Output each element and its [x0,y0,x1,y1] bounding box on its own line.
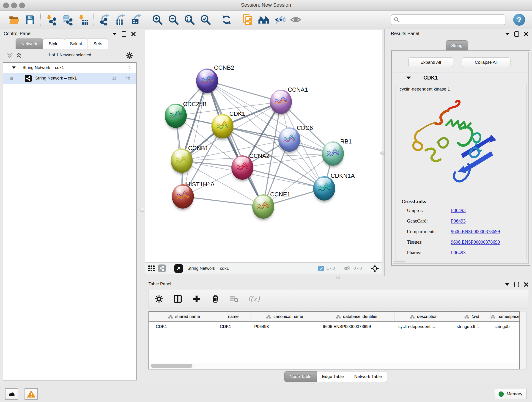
network-edge-count: 48 [126,76,130,81]
network-node-CDK1[interactable] [211,114,234,138]
import-network-from-file-button[interactable] [44,13,58,27]
panel-close-icon[interactable] [131,32,136,36]
crosslink-uniprot-link[interactable]: P06493 [451,208,466,213]
table-cell-namespace[interactable]: stringdb [491,322,519,332]
collapse-all-button[interactable]: Collapse All [462,57,510,67]
node-structure-thumbnail [326,147,340,162]
table-cell--id[interactable]: stringdb:9... [453,322,491,332]
panel-float-icon[interactable] [514,32,519,37]
birds-eye-view-icon[interactable] [370,264,380,273]
table-options-button[interactable] [154,294,164,304]
collection-expander-icon[interactable] [12,66,16,69]
search-input[interactable] [402,17,503,22]
network-edge-CCNA2-CDKN1A[interactable] [242,167,324,188]
protein-section-header[interactable]: CDK1 [393,72,528,84]
crosslink-tissues-link[interactable]: 9606.ENSP00000378699 [451,239,500,245]
import-table-from-file-button[interactable] [76,13,90,27]
export-image-button[interactable] [129,13,143,27]
column-header-name[interactable]: name [216,312,251,321]
tab-node-table[interactable]: Node Table [284,371,317,382]
column-header-canonical-name[interactable]: canonical name [250,312,319,321]
table-cell-database-identifier[interactable]: 9606.ENSP00000378699 [319,322,395,332]
panel-menu-icon[interactable] [113,33,117,35]
export-table-button[interactable] [113,13,127,27]
table-cell-canonical-name[interactable]: P06493 [250,322,319,332]
network-node-CCNB1[interactable] [171,148,193,173]
collection-count: 1 [129,65,131,70]
panel-menu-icon[interactable] [505,283,509,286]
left-splitter-handle[interactable] [139,208,145,211]
panel-close-icon[interactable] [524,282,528,287]
crosslink-genecard-link[interactable]: P06493 [451,218,466,224]
horizontal-splitter-handle[interactable] [336,276,340,279]
tab-network[interactable]: Network [16,38,43,49]
memory-status-button[interactable]: Memory [494,389,527,399]
panel-float-icon[interactable] [514,282,519,287]
detach-view-icon[interactable] [174,264,183,273]
help-button[interactable]: ? [513,14,525,26]
column-header-shared-name[interactable]: shared name [152,312,216,321]
right-divider-handle[interactable] [380,151,385,155]
table-row[interactable]: CDK1CDK1P064939606.ENSP00000378699cyclin… [149,322,519,332]
panel-float-icon[interactable] [122,32,126,37]
cloud-status-button[interactable] [5,388,18,400]
zoom-selected-button[interactable] [198,13,213,27]
zoom-in-button[interactable] [150,13,165,27]
node-structure-thumbnail [176,190,190,204]
refresh-view-button[interactable] [220,13,234,27]
open-session-button[interactable] [7,13,21,27]
network-options-gear-icon[interactable] [126,52,133,60]
scrollbar-thumb[interactable] [151,364,192,368]
table-vertical-scrollbar[interactable] [520,311,526,370]
network-edge-CCNB2-HIST1H1A[interactable] [183,81,207,196]
protein-expander-icon[interactable] [406,77,411,79]
results-scrollbar-thumb[interactable] [394,261,405,262]
view-toolbar-separator [314,263,314,274]
crosslink-compartments-link[interactable]: 9606.ENSP00000378699 [451,229,500,235]
tab-style[interactable]: Style [43,38,64,49]
selected-items-checkbox[interactable] [318,266,324,271]
expand-all-button[interactable]: Expand All [408,57,453,67]
warning-status-button[interactable] [25,388,38,400]
network-collection-row[interactable]: String Network – cdk1 1 [3,63,136,73]
network-edge-HIST1H1A-CCNE1[interactable] [183,196,263,206]
table-horizontal-scrollbar[interactable] [149,363,519,369]
network-canvas[interactable]: CCNB2CCNA1CDC25BCDK1CDC6RB1CCNB1CCNA2CDK… [145,30,382,263]
panel-close-icon[interactable] [524,32,528,36]
delete-column-button[interactable] [210,294,221,304]
network-node-CDKN1A[interactable] [313,176,335,201]
string-home-button[interactable] [257,13,271,27]
save-session-button[interactable] [23,13,37,27]
table-cell-shared-name[interactable]: CDK1 [152,322,216,332]
network-node-CCNB2[interactable] [196,69,218,93]
zoom-out-button[interactable] [166,13,181,27]
zoom-fit-button[interactable] [182,13,196,27]
show-all-button[interactable] [289,13,303,27]
tab-edge-table[interactable]: Edge Table [317,371,349,382]
crosslink-pharos-link[interactable]: P06493 [451,250,466,255]
column-header--id[interactable]: @id [453,312,491,321]
column-header-namespace[interactable]: namespace [491,312,519,321]
column-header-description[interactable]: description [395,312,453,321]
node-structure-thumbnail [256,200,270,215]
export-network-button[interactable] [97,13,111,27]
column-header-database-identifier[interactable]: database identifier [319,312,395,321]
panel-menu-icon[interactable] [505,33,509,35]
table-cell-name[interactable]: CDK1 [216,322,251,332]
grid-view-icon[interactable] [147,264,155,272]
tab-select[interactable]: Select [64,38,88,49]
table-cell-description[interactable]: cyclin-dependent ... [395,322,453,332]
show-columns-button[interactable] [172,294,183,304]
network-row-selected[interactable]: String Network – cdk1 11 48 [3,73,136,84]
toolbar-separator [237,13,237,26]
tab-sets[interactable]: Sets [88,38,108,49]
clone-network-button[interactable] [241,13,255,27]
network-view-share-icon[interactable] [158,264,166,272]
hidden-items-eye-icon[interactable] [343,265,351,272]
create-column-button[interactable] [191,294,202,304]
tab-string[interactable]: String [446,40,468,51]
import-network-from-database-button[interactable] [60,13,74,27]
hide-selected-button[interactable] [273,13,287,27]
tab-network-table[interactable]: Network Table [349,371,387,382]
network-edge-CCNB2-CCNE1[interactable] [207,81,263,206]
